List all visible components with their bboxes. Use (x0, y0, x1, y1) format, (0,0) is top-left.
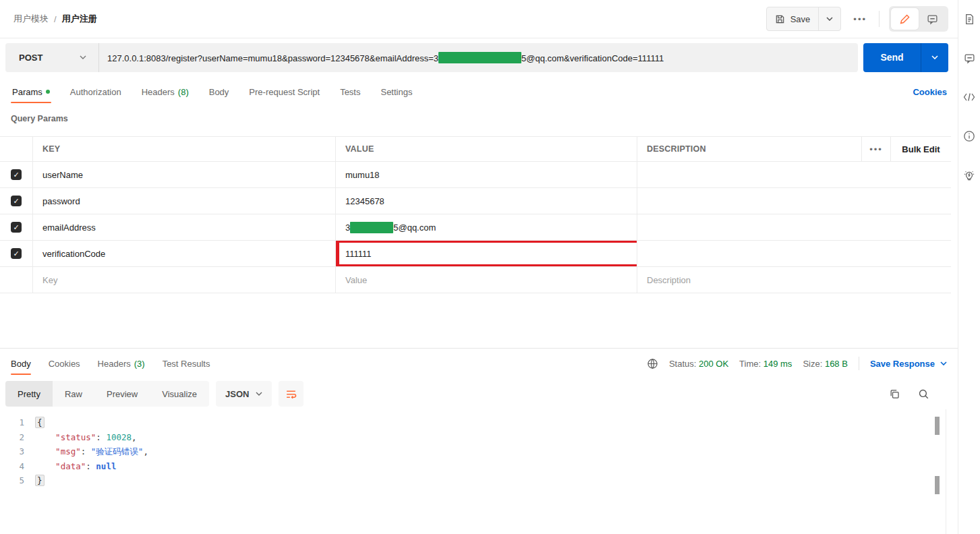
param-value-suffix: 5@qq.com (393, 222, 436, 233)
line-number: 3 (0, 444, 35, 459)
description-placeholder: Description (647, 275, 691, 285)
comments-icon[interactable] (962, 51, 976, 65)
param-key: emailAddress (42, 222, 96, 233)
url-bar: POST 127.0.0.1:8083/register?userName=mu… (5, 43, 858, 72)
tab-label: Tests (340, 87, 360, 97)
description-cell[interactable] (637, 241, 951, 266)
format-label: JSON (225, 389, 249, 399)
description-cell[interactable] (637, 214, 951, 240)
row-checkbox[interactable]: ✓ (11, 248, 22, 259)
breadcrumb-collection[interactable]: 用户模块 (13, 13, 49, 25)
description-cell[interactable] (637, 162, 951, 187)
tab-settings[interactable]: Settings (379, 76, 413, 107)
documentation-icon[interactable] (962, 12, 976, 26)
response-tab-cookies[interactable]: Cookies (49, 349, 80, 378)
row-checkbox[interactable]: ✓ (11, 222, 22, 233)
code-line: 1 { (0, 415, 958, 430)
line-number: 5 (0, 473, 35, 488)
view-preview-button[interactable]: Preview (94, 381, 150, 407)
redaction-block (438, 52, 521, 63)
chevron-down-icon (940, 361, 947, 365)
fold-marker[interactable]: } (35, 475, 45, 486)
format-select[interactable]: JSON (216, 381, 272, 407)
time-value: 149 ms (763, 359, 792, 369)
tab-label: Authorization (70, 87, 121, 97)
send-button[interactable]: Send (863, 43, 921, 72)
scrollbar-thumb[interactable] (935, 476, 940, 494)
response-view-group: Pretty Raw Preview Visualize (5, 381, 209, 407)
header-actions: Save ••• (766, 6, 948, 32)
view-pretty-button[interactable]: Pretty (5, 381, 53, 407)
params-more-options-icon[interactable]: ••• (867, 144, 886, 154)
bulk-edit-button[interactable]: Bulk Edit (902, 144, 940, 154)
response-tab-test-results[interactable]: Test Results (163, 349, 210, 378)
info-icon[interactable] (962, 129, 976, 143)
url-text-prefix: 127.0.0.1:8083/register?userName=mumu18&… (107, 53, 438, 63)
value-cell[interactable]: 12345678 (335, 188, 637, 214)
url-text-suffix: 5@qq.com&verificationCode=111111 (521, 53, 664, 63)
search-icon[interactable] (918, 388, 929, 400)
key-cell[interactable]: userName (32, 162, 335, 187)
globe-icon (647, 358, 658, 369)
value-cell[interactable]: mumu18 (335, 162, 637, 187)
code-line: 4 "data": null (0, 459, 958, 474)
save-button[interactable]: Save (767, 7, 819, 30)
size-badge[interactable]: Size: 168 B (803, 359, 848, 369)
key-cell[interactable]: emailAddress (32, 214, 335, 240)
response-tab-body[interactable]: Body (11, 349, 31, 378)
key-cell[interactable]: password (32, 188, 335, 214)
row-checkbox[interactable]: ✓ (11, 169, 22, 180)
response-body-viewer[interactable]: 1 { 2 "status": 10028, 3 "msg": "验证码错误",… (0, 409, 958, 534)
tab-body[interactable]: Body (208, 76, 231, 107)
fold-marker[interactable]: { (35, 417, 45, 428)
save-options-caret[interactable] (818, 7, 840, 30)
scrollbar-thumb[interactable] (935, 417, 940, 435)
edit-mode-button[interactable] (891, 8, 919, 30)
row-checkbox[interactable]: ✓ (11, 196, 22, 206)
cookies-link[interactable]: Cookies (913, 87, 947, 97)
table-header-row: KEY VALUE DESCRIPTION ••• Bulk Edit (0, 136, 951, 162)
tab-pre-request-script[interactable]: Pre-request Script (248, 76, 321, 107)
query-params-table: KEY VALUE DESCRIPTION ••• Bulk Edit ✓ us… (0, 136, 951, 293)
view-visualize-button[interactable]: Visualize (150, 381, 209, 407)
more-options-icon[interactable]: ••• (851, 14, 869, 24)
time-badge[interactable]: Time: 149 ms (739, 359, 792, 369)
method-label: POST (19, 53, 42, 63)
table-row: ✓ verificationCode 111111 (0, 241, 951, 267)
tab-authorization[interactable]: Authorization (69, 76, 123, 107)
method-select[interactable]: POST (5, 43, 99, 72)
comment-mode-button[interactable] (919, 8, 946, 30)
param-value: 111111 (345, 249, 372, 259)
column-header-value: VALUE (345, 144, 374, 154)
tab-count-badge: (8) (178, 87, 189, 97)
response-tab-headers[interactable]: Headers (3) (98, 349, 145, 378)
pull-request-lightbulb-icon[interactable] (962, 169, 976, 182)
save-response-button[interactable]: Save Response (870, 359, 947, 369)
meta-divider (859, 357, 859, 370)
url-input[interactable]: 127.0.0.1:8083/register?userName=mumu18&… (99, 52, 858, 63)
floppy-disk-icon (775, 14, 785, 24)
key-cell[interactable]: Key (32, 267, 335, 293)
copy-icon[interactable] (889, 388, 900, 400)
breadcrumb: 用户模块 / 用户注册 (13, 13, 97, 25)
description-cell[interactable] (637, 188, 951, 214)
tab-headers[interactable]: Headers (8) (140, 76, 190, 107)
send-options-caret[interactable] (921, 43, 948, 72)
value-cell[interactable]: Value (335, 267, 637, 293)
request-pane-spacer (0, 293, 958, 348)
tab-params[interactable]: Params (11, 76, 51, 107)
status-badge[interactable]: Status: 200 OK (669, 359, 728, 369)
column-header-description: DESCRIPTION (647, 144, 706, 154)
chevron-down-icon (80, 55, 86, 59)
view-raw-button[interactable]: Raw (53, 381, 94, 407)
value-cell-highlighted[interactable]: 111111 (335, 241, 637, 266)
key-cell[interactable]: verificationCode (32, 241, 335, 266)
header-value-cell: VALUE (335, 137, 637, 161)
value-cell[interactable]: 35@qq.com (335, 214, 637, 240)
tab-tests[interactable]: Tests (339, 76, 362, 107)
wrap-lines-button[interactable] (279, 381, 304, 407)
code-snippet-icon[interactable] (962, 90, 976, 104)
description-cell[interactable]: Description (637, 267, 951, 293)
breadcrumb-request-name[interactable]: 用户注册 (62, 13, 97, 25)
code-text: "data": null (35, 459, 116, 474)
